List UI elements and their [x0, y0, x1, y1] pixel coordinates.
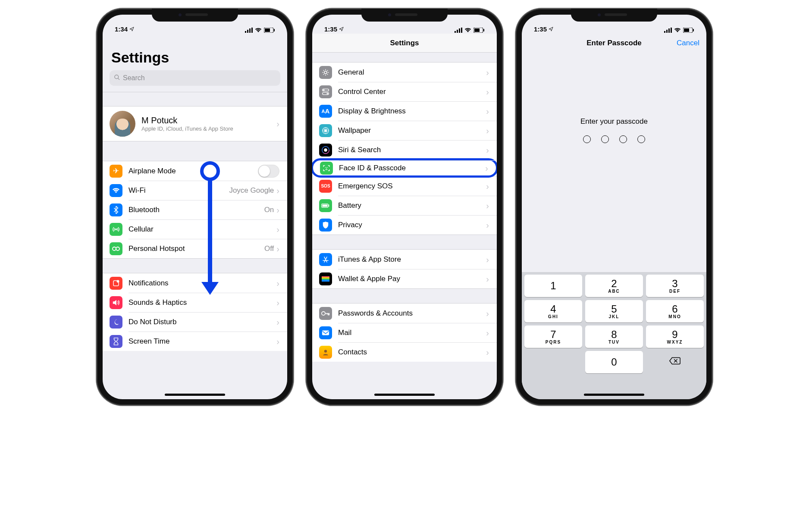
- status-icons: [664, 28, 694, 33]
- location-icon: [339, 25, 344, 33]
- svg-rect-43: [664, 31, 665, 33]
- key-4[interactable]: 4GHI: [524, 300, 582, 322]
- row-privacy[interactable]: Privacy›: [312, 215, 497, 235]
- passcode-prompt: Enter your passcode: [580, 117, 648, 126]
- row-battery[interactable]: Battery›: [312, 196, 497, 215]
- bluetooth-icon: [110, 203, 122, 216]
- home-indicator[interactable]: [584, 394, 644, 396]
- row-display[interactable]: AA Display & Brightness›: [312, 101, 497, 121]
- key-2[interactable]: 2ABC: [585, 275, 643, 297]
- search-icon: [114, 74, 120, 82]
- row-dnd[interactable]: Do Not Disturb ›: [103, 312, 287, 332]
- row-hotspot[interactable]: Personal Hotspot Off ›: [103, 239, 287, 258]
- row-contacts[interactable]: Contacts›: [312, 342, 497, 362]
- key-0[interactable]: 0: [585, 351, 643, 373]
- key-delete[interactable]: [646, 351, 704, 373]
- sos-icon: SOS: [319, 180, 332, 193]
- screen-1: 1:34 Settings Search M Potu: [103, 15, 287, 399]
- row-wifi[interactable]: Wi-Fi Joyce Google ›: [103, 181, 287, 200]
- location-icon: [129, 25, 134, 33]
- svg-point-30: [324, 148, 327, 151]
- apple-id-row[interactable]: M Potuck Apple ID, iCloud, iTunes & App …: [103, 106, 287, 141]
- number-keypad: 1 2ABC 3DEF 4GHI 5JKL 6MNO 7PQRS 8TUV 9W…: [522, 272, 706, 399]
- phone-frame-2: 1:35 Settings General›: [306, 9, 503, 405]
- home-indicator[interactable]: [165, 394, 225, 396]
- passcode-dot: [619, 135, 627, 143]
- row-siri[interactable]: Siri & Search›: [312, 140, 497, 160]
- passcode-dot: [583, 135, 591, 143]
- chevron-right-icon: ›: [276, 119, 279, 128]
- svg-rect-46: [671, 28, 672, 33]
- row-faceid[interactable]: Face ID & Passcode›: [312, 158, 497, 178]
- display-icon: AA: [319, 105, 332, 118]
- key-7[interactable]: 7PQRS: [524, 325, 582, 348]
- passcode-area: Enter your passcode: [522, 53, 706, 272]
- screen-2: 1:35 Settings General›: [312, 15, 497, 399]
- faceid-icon: [320, 162, 333, 175]
- row-passwords[interactable]: Passwords & Accounts›: [312, 304, 497, 323]
- svg-line-8: [118, 78, 119, 80]
- svg-rect-15: [457, 30, 458, 33]
- svg-point-42: [324, 350, 327, 352]
- wallet-icon: [319, 272, 332, 285]
- svg-point-31: [325, 167, 326, 168]
- row-control-center[interactable]: Control Center›: [312, 82, 497, 101]
- notifications-icon: [110, 277, 122, 290]
- contacts-icon: [319, 346, 332, 359]
- general-icon: [319, 66, 332, 79]
- nav-bar: Settings: [312, 34, 497, 53]
- key-9[interactable]: 9WXYZ: [646, 325, 704, 348]
- search-input[interactable]: Search: [110, 70, 280, 86]
- passcode-dot: [637, 135, 645, 143]
- chevron-right-icon: ›: [276, 186, 279, 195]
- screentime-icon: [110, 335, 122, 348]
- svg-point-7: [115, 75, 119, 78]
- hotspot-icon: [110, 242, 122, 255]
- svg-rect-45: [668, 28, 670, 33]
- chevron-right-icon: ›: [276, 244, 279, 253]
- svg-point-11: [116, 247, 119, 250]
- key-blank: [524, 351, 582, 373]
- row-sos[interactable]: SOS Emergency SOS›: [312, 176, 497, 196]
- svg-rect-2: [249, 28, 251, 33]
- row-airplane-mode[interactable]: ✈︎ Airplane Mode: [103, 161, 287, 181]
- key-8[interactable]: 8TUV: [585, 325, 643, 348]
- svg-rect-35: [329, 204, 329, 207]
- svg-rect-19: [474, 28, 480, 32]
- row-wallet[interactable]: Wallet & Apple Pay›: [312, 269, 497, 288]
- svg-point-9: [115, 228, 117, 230]
- svg-rect-6: [274, 29, 275, 31]
- row-general[interactable]: General›: [312, 63, 497, 82]
- wifi-icon: [110, 184, 122, 197]
- row-itunes[interactable]: iTunes & App Store›: [312, 250, 497, 269]
- svg-rect-34: [323, 204, 328, 207]
- airplane-toggle[interactable]: [258, 165, 279, 178]
- row-bluetooth[interactable]: Bluetooth On ›: [103, 200, 287, 219]
- row-wallpaper[interactable]: Wallpaper›: [312, 121, 497, 140]
- svg-rect-0: [245, 31, 246, 33]
- key-5[interactable]: 5JKL: [585, 300, 643, 322]
- row-sounds[interactable]: Sounds & Haptics ›: [103, 293, 287, 312]
- notch: [152, 9, 238, 22]
- svg-rect-3: [251, 28, 253, 33]
- svg-point-13: [117, 280, 119, 282]
- row-cellular[interactable]: Cellular ›: [103, 219, 287, 239]
- row-screentime[interactable]: Screen Time ›: [103, 332, 287, 351]
- phone-frame-3: 1:35 Enter Passcode Cancel Enter your pa…: [516, 9, 712, 405]
- key-6[interactable]: 6MNO: [646, 300, 704, 322]
- row-notifications[interactable]: Notifications ›: [103, 273, 287, 293]
- location-icon: [549, 25, 553, 33]
- key-1[interactable]: 1: [524, 275, 582, 297]
- row-mail[interactable]: Mail›: [312, 323, 497, 342]
- nav-title: Enter Passcode: [586, 39, 642, 47]
- sounds-icon: [110, 296, 122, 309]
- svg-rect-5: [265, 28, 270, 32]
- key-3[interactable]: 3DEF: [646, 275, 704, 297]
- hotspot-value: Off: [264, 244, 274, 253]
- cellular-icon: [110, 223, 122, 236]
- status-time: 1:34: [115, 25, 128, 33]
- svg-rect-17: [461, 28, 462, 33]
- chevron-right-icon: ›: [276, 318, 279, 326]
- cancel-button[interactable]: Cancel: [677, 39, 699, 47]
- home-indicator[interactable]: [374, 394, 435, 396]
